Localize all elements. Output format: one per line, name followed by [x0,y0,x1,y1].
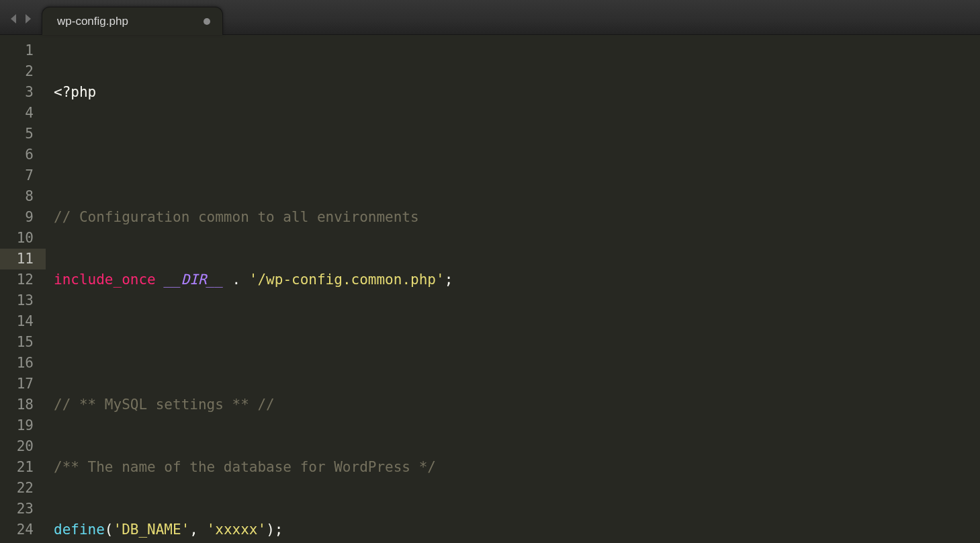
code-line: // Configuration common to all environme… [54,207,980,228]
code-line [54,144,980,165]
punctuation: ; [445,272,453,288]
line-number: 15 [0,332,46,353]
line-number: 6 [0,144,46,165]
punctuation: ( [105,521,114,538]
string: 'DB_NAME' [114,521,190,538]
line-number: 9 [0,207,46,228]
line-number: 7 [0,165,46,186]
line-number: 24 [0,519,46,540]
line-number: 23 [0,499,46,519]
magic-constant: __DIR__ [164,272,224,288]
line-number-gutter: 1 2 3 4 5 6 7 8 9 10 11 12 13 14 15 16 1… [0,35,46,543]
nav-arrows [5,13,42,34]
code-line: <?php [54,82,980,103]
line-number: 10 [0,228,46,249]
line-number: 5 [0,124,46,144]
line-number: 3 [0,82,46,103]
keyword: include_once [54,272,156,288]
comment: /** The name of the database for WordPre… [54,459,436,475]
line-number: 16 [0,353,46,374]
string: 'xxxxx' [207,521,267,538]
line-number: 14 [0,311,46,332]
line-number: 22 [0,478,46,499]
line-number: 17 [0,374,46,394]
line-number: 1 [0,40,46,61]
code-area[interactable]: <?php // Configuration common to all env… [46,35,980,543]
line-number: 20 [0,436,46,457]
dirty-indicator-icon [204,18,210,25]
line-number: 19 [0,415,46,436]
comment: // Configuration common to all environme… [54,209,419,225]
tab-filename: wp-config.php [57,15,128,28]
line-number: 18 [0,394,46,415]
line-number: 12 [0,269,46,290]
php-open-tag: <?php [54,84,96,100]
line-number: 4 [0,103,46,124]
line-number: 11 [0,249,46,269]
function: define [54,521,105,538]
operator: . [224,272,249,288]
line-number: 13 [0,290,46,311]
code-line: define('DB_NAME', 'xxxxx'); [54,519,980,540]
forward-arrow-icon[interactable] [23,13,34,25]
editor: 1 2 3 4 5 6 7 8 9 10 11 12 13 14 15 16 1… [0,35,980,543]
comment: // ** MySQL settings ** // [54,396,275,413]
code-line: // ** MySQL settings ** // [54,394,980,415]
code-line: include_once __DIR__ . '/wp-config.commo… [54,269,980,290]
string: '/wp-config.common.php' [249,272,445,288]
line-number: 21 [0,457,46,478]
code-line: /** The name of the database for WordPre… [54,457,980,478]
code-line [54,332,980,353]
back-arrow-icon[interactable] [8,13,19,25]
file-tab[interactable]: wp-config.php [42,7,223,35]
punctuation: ); [266,521,283,538]
line-number: 8 [0,186,46,207]
line-number: 2 [0,61,46,82]
titlebar: wp-config.php [0,0,980,35]
punctuation: , [189,521,206,538]
